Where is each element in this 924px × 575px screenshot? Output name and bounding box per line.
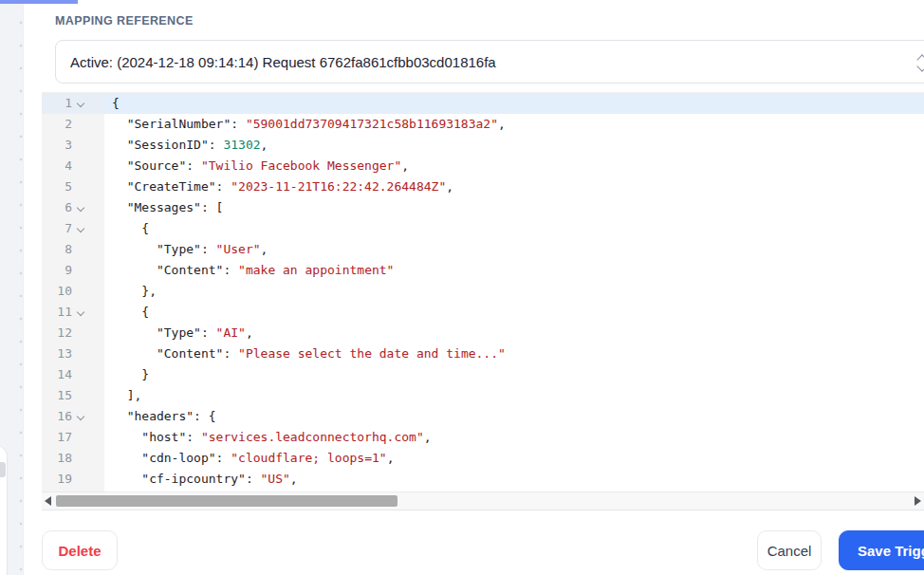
gutter-cell: 8 (42, 239, 104, 260)
top-accent-bar (0, 0, 78, 4)
line-number: 3 (42, 135, 72, 156)
fold-chevron-icon[interactable] (77, 308, 84, 316)
fold-chevron-icon[interactable] (77, 204, 84, 212)
code-text: "host": "services.leadconnectorhq.com", (104, 427, 924, 448)
line-number: 6 (42, 197, 72, 218)
code-lines: 1{2 "SerialNumber": "59001dd73709417321c… (42, 93, 924, 492)
gutter-cell: 11 (42, 302, 104, 323)
code-line[interactable]: 12 "Type": "AI", (42, 323, 924, 343)
delete-button[interactable]: Delete (42, 530, 118, 570)
code-text: "CreateTime": "2023-11-21T16:22:42.26448… (104, 176, 924, 197)
gutter-cell: 12 (42, 323, 104, 343)
code-line[interactable]: 9 "Content": "make an appointment" (42, 260, 924, 281)
cancel-button[interactable]: Cancel (757, 530, 822, 570)
gutter-cell: 14 (42, 364, 104, 385)
save-trigger-button[interactable]: Save Trigger (839, 530, 924, 570)
line-number: 16 (42, 406, 72, 427)
line-number: 5 (42, 176, 72, 197)
line-number: 2 (42, 114, 72, 135)
code-line[interactable]: 13 "Content": "Please select the date an… (42, 343, 924, 364)
code-text: "Type": "User", (104, 239, 924, 260)
code-text: ], (104, 385, 924, 406)
code-text: { (104, 93, 924, 114)
code-text: "Type": "AI", (104, 323, 924, 343)
line-number: 10 (42, 281, 72, 302)
gutter-cell: 5 (42, 176, 104, 197)
code-line[interactable]: 6 "Messages": [ (42, 197, 924, 218)
gutter-cell: 13 (42, 343, 104, 364)
gutter-cell: 7 (42, 218, 104, 239)
code-text: "Messages": [ (104, 197, 924, 218)
code-line[interactable]: 1{ (42, 93, 924, 114)
code-text: "SerialNumber": "59001dd73709417321c58b1… (104, 114, 924, 135)
fold-chevron-icon[interactable] (77, 413, 84, 420)
gutter-cell: 2 (42, 114, 104, 135)
code-text: "Content": "make an appointment" (104, 260, 924, 281)
gutter-cell: 17 (42, 427, 104, 448)
select-caret-icon (915, 53, 924, 72)
json-code-editor[interactable]: 1{2 "SerialNumber": "59001dd73709417321c… (42, 92, 924, 510)
code-text: } (104, 364, 924, 385)
code-line[interactable]: 16 "headers": { (42, 406, 924, 427)
gutter-cell: 3 (42, 135, 104, 156)
line-number: 12 (42, 323, 72, 343)
gutter-cell: 15 (42, 385, 104, 406)
gutter-cell: 18 (42, 448, 104, 469)
code-text: "cdn-loop": "cloudflare; loops=1", (104, 448, 924, 469)
mapping-reference-label: MAPPING REFERENCE (55, 14, 194, 28)
chevron-down-icon (916, 61, 924, 71)
gutter-cell: 9 (42, 260, 104, 281)
code-line[interactable]: 5 "CreateTime": "2023-11-21T16:22:42.264… (42, 176, 924, 197)
code-line[interactable]: 2 "SerialNumber": "59001dd73709417321c58… (42, 114, 924, 135)
code-text: "Source": "Twilio Facebook Messenger", (104, 156, 924, 176)
line-number: 14 (42, 364, 72, 385)
gutter-cell: 6 (42, 197, 104, 218)
scroll-right-icon[interactable] (915, 496, 921, 506)
fold-chevron-icon[interactable] (77, 100, 84, 107)
code-line[interactable]: 10 }, (42, 281, 924, 302)
gutter-cell: 10 (42, 281, 104, 302)
line-number: 1 (42, 93, 72, 114)
line-number: 18 (42, 448, 72, 469)
line-number: 7 (42, 218, 72, 239)
code-text: { (104, 218, 924, 239)
line-number: 4 (42, 156, 72, 176)
line-number: 13 (42, 343, 72, 364)
selected-reference-value: Active: (2024-12-18 09:14:14) Request 67… (56, 54, 496, 70)
line-number: 17 (42, 427, 72, 448)
code-text: { (104, 302, 924, 323)
code-text: "cf-ipcountry": "US", (104, 469, 924, 490)
code-line[interactable]: 14 } (42, 364, 924, 385)
code-line[interactable]: 18 "cdn-loop": "cloudflare; loops=1", (42, 448, 924, 469)
code-line[interactable]: 8 "Type": "User", (42, 239, 924, 260)
code-text: "headers": { (104, 406, 924, 427)
code-line[interactable]: 11 { (42, 302, 924, 323)
gutter-cell: 19 (42, 469, 104, 490)
gutter-cell: 1 (42, 93, 104, 114)
code-line[interactable]: 15 ], (42, 385, 924, 406)
line-number: 8 (42, 239, 72, 260)
code-line[interactable]: 17 "host": "services.leadconnectorhq.com… (42, 427, 924, 448)
line-number: 15 (42, 385, 72, 406)
code-line[interactable]: 3 "SessionID": 31302, (42, 135, 924, 156)
code-text: "SessionID": 31302, (104, 135, 924, 156)
scrollbar-thumb[interactable] (56, 495, 397, 507)
partial-node-element (0, 462, 6, 477)
code-text: }, (104, 281, 924, 302)
horizontal-scrollbar[interactable] (42, 492, 924, 510)
code-line[interactable]: 7 { (42, 218, 924, 239)
gutter-cell: 4 (42, 156, 104, 176)
scroll-left-icon[interactable] (45, 496, 51, 506)
code-line[interactable]: 19 "cf-ipcountry": "US", (42, 469, 924, 490)
line-number: 9 (42, 260, 72, 281)
fold-chevron-icon[interactable] (77, 225, 84, 232)
code-text: "Content": "Please select the date and t… (104, 343, 924, 364)
line-number: 11 (42, 302, 72, 323)
mapping-reference-select[interactable]: Active: (2024-12-18 09:14:14) Request 67… (55, 40, 924, 83)
gutter-cell: 16 (42, 406, 104, 427)
code-line[interactable]: 4 "Source": "Twilio Facebook Messenger", (42, 156, 924, 176)
line-number: 19 (42, 469, 72, 490)
